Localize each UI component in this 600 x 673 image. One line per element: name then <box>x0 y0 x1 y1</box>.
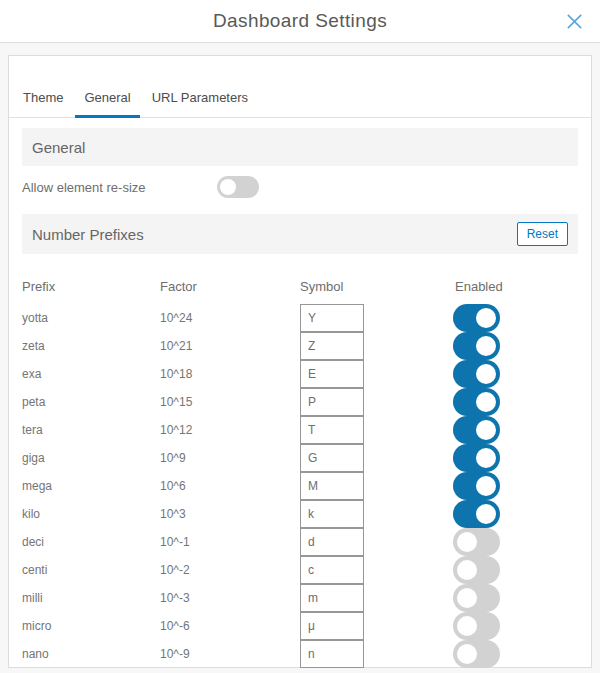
symbol-cell <box>300 332 450 360</box>
toggle-knob <box>476 336 496 356</box>
table-row: nano 10^-9 <box>22 640 578 668</box>
section-number-prefixes-header: Number Prefixes Reset <box>22 214 578 254</box>
close-icon[interactable] <box>563 10 585 32</box>
prefix-label: yotta <box>22 311 160 325</box>
enabled-toggle[interactable] <box>453 388 500 416</box>
enabled-cell <box>450 444 578 472</box>
prefix-label: centi <box>22 563 160 577</box>
symbol-input[interactable] <box>300 304 364 332</box>
symbol-cell <box>300 444 450 472</box>
factor-label: 10^-9 <box>160 647 300 661</box>
symbol-cell <box>300 556 450 584</box>
enabled-toggle[interactable] <box>453 500 500 528</box>
enabled-cell <box>450 556 578 584</box>
table-row: centi 10^-2 <box>22 556 578 584</box>
enabled-toggle[interactable] <box>453 332 500 360</box>
close-icon-glyph <box>565 12 584 31</box>
enabled-toggle[interactable] <box>453 360 500 388</box>
prefix-label: milli <box>22 591 160 605</box>
factor-label: 10^9 <box>160 451 300 465</box>
symbol-input[interactable] <box>300 360 364 388</box>
symbol-cell <box>300 500 450 528</box>
prefix-label: peta <box>22 395 160 409</box>
enabled-cell <box>450 332 578 360</box>
symbol-input[interactable] <box>300 416 364 444</box>
prefix-label: micro <box>22 619 160 633</box>
prefix-table-body: yotta 10^24 zeta 10^21 exa 10^18 <box>22 304 578 668</box>
column-header-factor: Factor <box>160 279 300 294</box>
enabled-cell <box>450 612 578 640</box>
enabled-toggle[interactable] <box>453 304 500 332</box>
symbol-input[interactable] <box>300 332 364 360</box>
symbol-input[interactable] <box>300 528 364 556</box>
symbol-cell <box>300 528 450 556</box>
enabled-toggle[interactable] <box>453 584 500 612</box>
symbol-cell <box>300 640 450 668</box>
table-row: zeta 10^21 <box>22 332 578 360</box>
toggle-knob <box>476 476 496 496</box>
enabled-toggle[interactable] <box>453 444 500 472</box>
table-row: yotta 10^24 <box>22 304 578 332</box>
table-row: micro 10^-6 <box>22 612 578 640</box>
toggle-knob <box>457 532 477 552</box>
table-row: kilo 10^3 <box>22 500 578 528</box>
symbol-input[interactable] <box>300 584 364 612</box>
enabled-cell <box>450 304 578 332</box>
factor-label: 10^-6 <box>160 619 300 633</box>
prefix-label: nano <box>22 647 160 661</box>
enabled-toggle[interactable] <box>453 528 500 556</box>
tab-general[interactable]: General <box>75 90 139 118</box>
prefix-table-header: Prefix Factor Symbol Enabled <box>22 276 578 296</box>
factor-label: 10^24 <box>160 311 300 325</box>
tab-url-parameters[interactable]: URL Parameters <box>143 90 257 118</box>
enabled-cell <box>450 528 578 556</box>
table-row: peta 10^15 <box>22 388 578 416</box>
table-row: giga 10^9 <box>22 444 578 472</box>
toggle-knob <box>476 420 496 440</box>
symbol-input[interactable] <box>300 612 364 640</box>
table-row: mega 10^6 <box>22 472 578 500</box>
enabled-cell <box>450 584 578 612</box>
symbol-input[interactable] <box>300 472 364 500</box>
toggle-knob <box>220 179 236 195</box>
section-general-title: General <box>32 139 85 156</box>
toggle-knob <box>476 392 496 412</box>
section-number-prefixes-title: Number Prefixes <box>32 226 144 243</box>
prefix-label: giga <box>22 451 160 465</box>
symbol-input[interactable] <box>300 500 364 528</box>
toggle-knob <box>457 644 477 664</box>
prefix-label: tera <box>22 423 160 437</box>
enabled-toggle[interactable] <box>453 640 500 668</box>
symbol-cell <box>300 360 450 388</box>
section-general-header: General <box>22 128 578 166</box>
factor-label: 10^15 <box>160 395 300 409</box>
factor-label: 10^6 <box>160 479 300 493</box>
toggle-knob <box>476 448 496 468</box>
enabled-toggle[interactable] <box>453 612 500 640</box>
symbol-cell <box>300 388 450 416</box>
enabled-toggle[interactable] <box>453 416 500 444</box>
enabled-toggle[interactable] <box>453 556 500 584</box>
symbol-input[interactable] <box>300 444 364 472</box>
symbol-cell <box>300 584 450 612</box>
factor-label: 10^21 <box>160 339 300 353</box>
table-row: milli 10^-3 <box>22 584 578 612</box>
enabled-toggle[interactable] <box>453 472 500 500</box>
toggle-knob <box>457 588 477 608</box>
symbol-input[interactable] <box>300 556 364 584</box>
symbol-cell <box>300 304 450 332</box>
column-header-enabled: Enabled <box>450 279 578 294</box>
symbol-input[interactable] <box>300 640 364 668</box>
symbol-cell <box>300 612 450 640</box>
enabled-cell <box>450 416 578 444</box>
symbol-cell <box>300 472 450 500</box>
enabled-cell <box>450 500 578 528</box>
tab-theme[interactable]: Theme <box>14 90 72 118</box>
dialog-header: Dashboard Settings <box>0 0 600 43</box>
enabled-cell <box>450 388 578 416</box>
enabled-cell <box>450 472 578 500</box>
symbol-input[interactable] <box>300 388 364 416</box>
reset-button[interactable]: Reset <box>517 222 568 246</box>
allow-resize-toggle[interactable] <box>217 176 259 198</box>
prefix-label: deci <box>22 535 160 549</box>
